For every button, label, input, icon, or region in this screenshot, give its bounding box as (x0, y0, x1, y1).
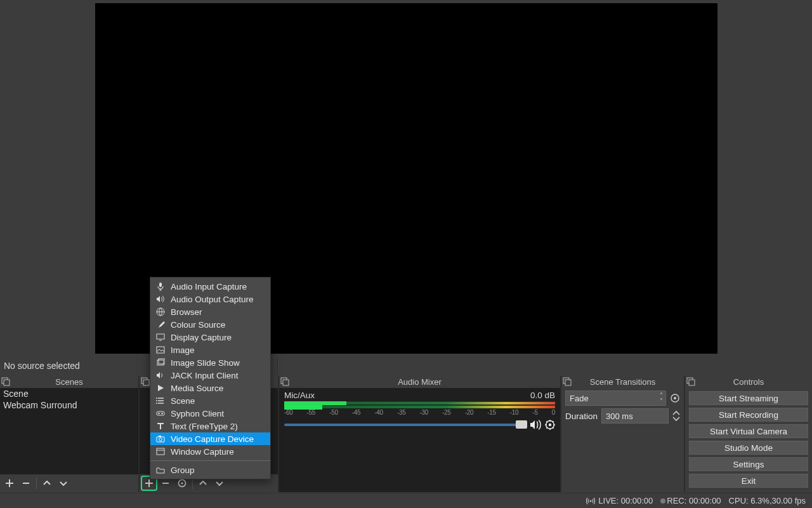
speaker-icon (155, 295, 166, 304)
menu-item-label: Colour Source (171, 320, 225, 330)
mic-icon (155, 282, 166, 291)
menu-item-label: Browser (171, 307, 202, 317)
scene-up-button[interactable] (39, 476, 55, 491)
list-icon (155, 396, 166, 405)
dock-icon[interactable] (141, 377, 150, 386)
svg-point-27 (161, 413, 163, 415)
source-type-scene[interactable]: Scene (150, 394, 270, 407)
controls-panel: Controls Start StreamingStart RecordingS… (685, 376, 812, 492)
rec-status: REC: 00:00:00 (660, 496, 721, 505)
mixer-channel-name: Mic/Aux (284, 391, 315, 400)
toolbar-divider (36, 478, 37, 489)
menu-separator (150, 460, 270, 461)
scenes-list[interactable]: SceneWebcam Surround (0, 388, 138, 474)
play-icon (155, 384, 166, 392)
scene-transitions-panel: Scene Transitions Fade ˄˅ Duration 300 m… (561, 376, 685, 492)
audio-mixer-panel: Audio Mixer Mic/Aux 0.0 dB -60-55-50-45-… (279, 376, 561, 492)
studio-mode-button[interactable]: Studio Mode (689, 441, 808, 455)
start-streaming-button[interactable]: Start Streaming (689, 391, 808, 405)
mixer-settings-icon[interactable] (545, 420, 555, 430)
settings-button[interactable]: Settings (689, 457, 808, 471)
slides-icon (155, 358, 166, 367)
menu-item-label: JACK Input Client (171, 371, 239, 380)
source-type-image[interactable]: Image (150, 344, 270, 356)
svg-point-5 (181, 483, 183, 485)
text-icon (155, 422, 166, 431)
volume-slider[interactable] (284, 424, 527, 426)
menu-item-label: Text (FreeType 2) (171, 422, 238, 431)
source-type-media-source[interactable]: Media Source (150, 382, 270, 394)
source-type-jack-input-client[interactable]: JACK Input Client (150, 369, 270, 382)
controls-title: Controls (733, 377, 764, 387)
duration-input[interactable]: 300 ms (601, 408, 669, 424)
transition-settings-icon[interactable] (670, 393, 680, 403)
source-type-video-capture-device[interactable]: Video Capture Device (150, 432, 270, 445)
start-recording-button[interactable]: Start Recording (689, 408, 808, 422)
panel-separator[interactable] (277, 358, 278, 374)
scene-down-button[interactable] (55, 476, 72, 491)
svg-rect-1 (4, 380, 10, 385)
menu-item-label: Image Slide Show (171, 358, 240, 368)
duration-label: Duration (565, 411, 598, 421)
menu-item-label: Audio Input Capture (171, 282, 247, 291)
menu-item-label: Audio Output Capture (171, 295, 254, 304)
menu-item-label: Display Capture (171, 333, 232, 342)
svg-point-9 (549, 424, 551, 426)
dock-icon[interactable] (1, 377, 10, 386)
duration-down-icon[interactable] (672, 416, 680, 422)
source-type-colour-source[interactable]: Colour Source (150, 318, 270, 331)
mixer-body: Mic/Aux 0.0 dB -60-55-50-45-40-35-30-25-… (279, 388, 560, 492)
menu-item-label: Image (171, 345, 195, 355)
source-type-syphon-client[interactable]: Syphon Client (150, 407, 270, 420)
source-type-group[interactable]: Group (150, 464, 270, 476)
jack-icon (155, 371, 166, 380)
dock-icon[interactable] (686, 377, 695, 386)
camera-icon (155, 434, 166, 443)
source-type-display-capture[interactable]: Display Capture (150, 331, 270, 344)
svg-rect-31 (157, 448, 164, 455)
dock-icon[interactable] (280, 377, 289, 386)
source-type-image-slide-show[interactable]: Image Slide Show (150, 356, 270, 369)
cpu-status: CPU: 6.3%,30.00 fps (729, 496, 806, 505)
source-type-browser[interactable]: Browser (150, 305, 270, 318)
scenes-title: Scenes (55, 377, 82, 387)
menu-item-label: Group (171, 465, 195, 475)
exit-button[interactable]: Exit (689, 474, 808, 488)
folder-icon (155, 465, 166, 474)
svg-point-13 (674, 397, 676, 399)
scene-item[interactable]: Scene (0, 388, 138, 399)
transition-type-value: Fade (570, 394, 589, 403)
transition-type-select[interactable]: Fade ˄˅ (565, 391, 666, 406)
svg-point-26 (158, 413, 160, 415)
menu-item-label: Syphon Client (171, 409, 224, 418)
scenes-header: Scenes (0, 376, 138, 388)
mixer-title: Audio Mixer (398, 377, 442, 387)
vr-icon (155, 409, 166, 418)
source-type-text-freetype-2-[interactable]: Text (FreeType 2) (150, 420, 270, 432)
image-icon (155, 345, 166, 354)
start-virtual-camera-button[interactable]: Start Virtual Camera (689, 424, 808, 438)
broadcast-icon (586, 497, 596, 505)
add-scene-button[interactable] (1, 476, 18, 491)
bottom-panels: Scenes SceneWebcam Surround Sources (0, 376, 812, 492)
duration-up-icon[interactable] (672, 410, 680, 416)
controls-header: Controls (685, 376, 812, 388)
speaker-icon[interactable] (530, 420, 542, 430)
dock-icon[interactable] (563, 377, 572, 386)
svg-rect-30 (159, 436, 161, 437)
preview-area (0, 3, 812, 354)
source-type-window-capture[interactable]: Window Capture (150, 445, 270, 458)
scene-item[interactable]: Webcam Surround (0, 399, 138, 411)
source-type-audio-output-capture[interactable]: Audio Output Capture (150, 293, 270, 305)
source-type-audio-input-capture[interactable]: Audio Input Capture (150, 280, 270, 293)
svg-rect-19 (157, 347, 164, 353)
svg-point-29 (159, 438, 162, 441)
globe-icon (155, 307, 166, 316)
live-status: LIVE: 00:00:00 (586, 496, 653, 505)
remove-scene-button[interactable] (18, 476, 34, 491)
add-source-menu[interactable]: Audio Input CaptureAudio Output CaptureB… (150, 277, 271, 479)
chevron-updown-icon: ˄˅ (660, 392, 663, 404)
record-dot-icon (660, 498, 665, 504)
brush-icon (155, 320, 166, 329)
transitions-header: Scene Transitions (561, 376, 684, 388)
